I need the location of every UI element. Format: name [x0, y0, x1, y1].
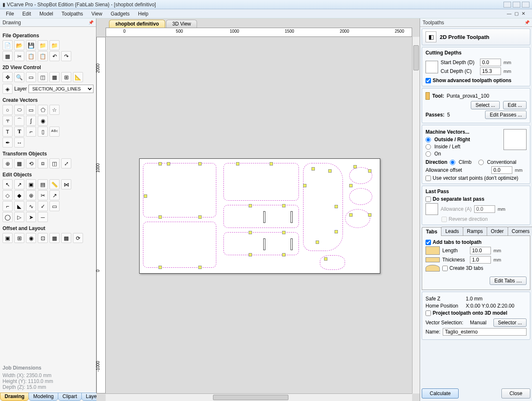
edit-tool-button[interactable]: Edit ...: [503, 101, 527, 109]
dimension-icon[interactable]: ↔: [14, 137, 24, 147]
menu-file[interactable]: File: [2, 11, 18, 17]
scale-icon[interactable]: ⤢: [61, 158, 71, 168]
zoom-sel-icon[interactable]: ▭: [26, 72, 36, 82]
rect-icon[interactable]: ▭: [26, 105, 36, 115]
validate-icon[interactable]: ✓: [38, 201, 48, 211]
select-tool-button[interactable]: Select ...: [471, 101, 500, 109]
view-tab-3d[interactable]: 3D View: [166, 20, 197, 28]
calculate-button[interactable]: Calculate: [422, 388, 459, 398]
trace-icon[interactable]: ✒: [3, 137, 13, 147]
pin-icon[interactable]: 📌: [88, 20, 93, 25]
text-curve-icon[interactable]: ⌐: [26, 127, 36, 137]
ungroup-icon[interactable]: ▤: [38, 179, 48, 189]
circle-icon[interactable]: ○: [3, 105, 13, 115]
subtab-tabs[interactable]: Tabs: [422, 227, 441, 236]
tab-thickness-input[interactable]: [470, 256, 491, 264]
selector-button[interactable]: Selector ...: [493, 318, 527, 327]
close-vec-icon[interactable]: ◇: [3, 190, 13, 200]
layer-select[interactable]: SECTION_JOG_LINES: [29, 85, 93, 93]
weld-icon[interactable]: ⊕: [26, 190, 36, 200]
import-icon[interactable]: 📁: [38, 40, 48, 50]
boundary-icon[interactable]: ◯: [3, 212, 13, 222]
rotate-icon[interactable]: ⟲: [26, 158, 36, 168]
redo-icon[interactable]: ↷: [61, 51, 71, 61]
create-3d-tabs-checkbox[interactable]: [442, 266, 448, 271]
measure-icon[interactable]: 📏: [49, 179, 60, 189]
start-depth-input[interactable]: [480, 59, 501, 66]
subtab-ramps[interactable]: Ramps: [463, 227, 487, 235]
tab-modeling[interactable]: Modeling: [29, 393, 58, 401]
subtab-order[interactable]: Order: [487, 227, 508, 235]
conventional-radio[interactable]: [478, 160, 484, 165]
pan-icon[interactable]: ✥: [3, 72, 13, 82]
curve-fit-icon[interactable]: ∿: [26, 201, 36, 211]
layer-icon[interactable]: ◈: [3, 84, 13, 94]
menu-view[interactable]: View: [87, 11, 106, 17]
paste-icon[interactable]: 📋: [38, 51, 48, 61]
arc-icon[interactable]: ⌒: [14, 116, 24, 126]
slice-icon[interactable]: ▷: [14, 212, 24, 222]
extend-icon[interactable]: ↗: [49, 190, 60, 200]
scrollbar-horizontal[interactable]: [106, 393, 412, 401]
inside-radio[interactable]: [426, 144, 431, 150]
open-vec-icon[interactable]: ◆: [14, 190, 24, 200]
tab-clipart[interactable]: Clipart: [58, 393, 82, 401]
open-file-icon[interactable]: 📂: [14, 40, 24, 50]
cut-icon[interactable]: ✂: [14, 51, 24, 61]
ellipse-icon[interactable]: ⬭: [14, 105, 24, 115]
menu-gadgets[interactable]: Gadgets: [106, 11, 134, 17]
move-icon[interactable]: ⊕: [3, 158, 13, 168]
distort-icon[interactable]: ◫: [49, 158, 60, 168]
array-icon[interactable]: ⊞: [14, 233, 24, 243]
text-outline-icon[interactable]: ▯: [38, 127, 48, 137]
scrollbar-vertical[interactable]: [412, 37, 420, 393]
wrap-icon[interactable]: ⟳: [73, 233, 83, 243]
circular-array-icon[interactable]: ◉: [26, 233, 36, 243]
snap-icon[interactable]: ⊞: [61, 72, 71, 82]
node-edit-icon[interactable]: ↗: [14, 179, 24, 189]
offset-icon[interactable]: ▣: [3, 233, 13, 243]
mdi-controls[interactable]: — ▢ ✕: [503, 11, 530, 16]
mirror-icon[interactable]: ⧈: [38, 158, 48, 168]
plate-icon[interactable]: ▦: [49, 233, 60, 243]
line-icon[interactable]: ─: [38, 212, 48, 222]
arrow-icon[interactable]: ➤: [26, 212, 36, 222]
menu-help[interactable]: Help: [134, 11, 153, 17]
trim-icon[interactable]: ✂: [38, 190, 48, 200]
fillet-icon[interactable]: ⌐: [3, 201, 13, 211]
edit-tabs-button[interactable]: Edit Tabs ....: [490, 277, 527, 285]
text-arc-icon[interactable]: ᴬᴮᶜ: [49, 127, 60, 137]
polygon-icon[interactable]: ⬠: [38, 105, 48, 115]
curve-icon[interactable]: ∫: [26, 116, 36, 126]
job-setup-icon[interactable]: ▦: [3, 51, 13, 61]
join-icon[interactable]: ⋈: [61, 179, 71, 189]
zoom-window-icon[interactable]: ◫: [38, 72, 48, 82]
toolpath-name-input[interactable]: [443, 328, 527, 336]
save-file-icon[interactable]: 💾: [26, 40, 36, 50]
undo-icon[interactable]: ↶: [49, 51, 60, 61]
guide-icon[interactable]: ▦: [49, 72, 60, 82]
select-icon[interactable]: ↖: [3, 179, 13, 189]
on-radio[interactable]: [426, 151, 431, 157]
star-icon[interactable]: ☆: [49, 105, 60, 115]
subtab-corners[interactable]: Corners: [508, 227, 532, 235]
vec-boundary-icon[interactable]: ▭: [49, 201, 60, 211]
chamfer-icon[interactable]: ◣: [14, 201, 24, 211]
add-tabs-checkbox[interactable]: [426, 240, 431, 245]
close-panel-button[interactable]: Close: [501, 388, 530, 398]
menu-model[interactable]: Model: [35, 11, 57, 17]
group-icon[interactable]: ▣: [26, 179, 36, 189]
text-box-icon[interactable]: 𝐓: [14, 127, 24, 137]
tab-length-input[interactable]: [470, 247, 491, 254]
cut-depth-input[interactable]: [480, 67, 501, 75]
maximize-button[interactable]: [513, 2, 520, 8]
climb-radio[interactable]: [450, 160, 455, 165]
canvas-2d[interactable]: [106, 37, 412, 393]
show-advanced-checkbox[interactable]: [426, 78, 431, 83]
allowance-offset-input[interactable]: [491, 166, 512, 174]
ruler-icon[interactable]: 📐: [73, 72, 83, 82]
menu-toolpaths[interactable]: Toolpaths: [57, 11, 87, 17]
subtab-leads[interactable]: Leads: [441, 227, 463, 235]
separate-last-pass-checkbox[interactable]: [426, 197, 431, 202]
menu-edit[interactable]: Edit: [18, 11, 35, 17]
